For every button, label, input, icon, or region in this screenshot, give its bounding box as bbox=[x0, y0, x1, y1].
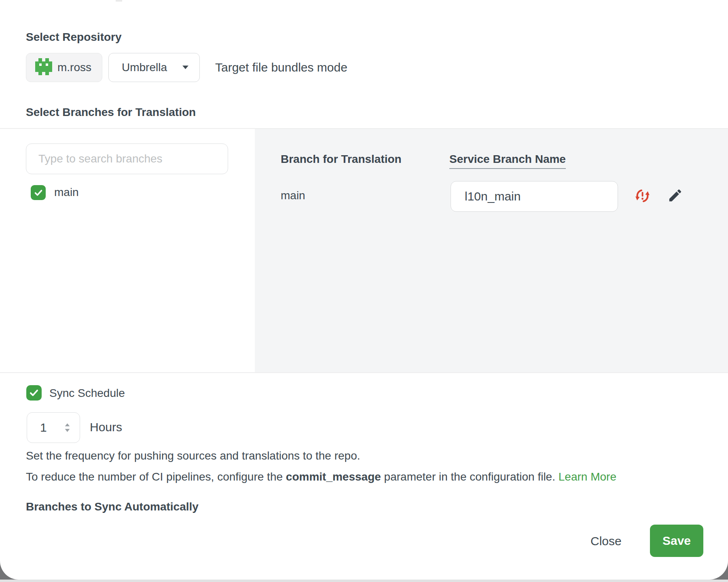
ci-pipelines-note: To reduce the number of CI pipelines, co… bbox=[26, 470, 616, 483]
commit-message-param: commit_message bbox=[286, 470, 381, 483]
branch-checkbox[interactable] bbox=[31, 185, 46, 200]
note-prefix: To reduce the number of CI pipelines, co… bbox=[26, 470, 286, 483]
close-button[interactable]: Close bbox=[582, 533, 630, 550]
project-dropdown[interactable]: Umbrella bbox=[108, 53, 200, 82]
save-button[interactable]: Save bbox=[650, 525, 703, 557]
service-branch-name-input[interactable] bbox=[451, 181, 618, 212]
table-row-branch-name: main bbox=[281, 189, 305, 202]
note-suffix: parameter in the configuration file. bbox=[381, 470, 559, 483]
select-repository-title: Select Repository bbox=[26, 31, 122, 44]
integration-settings-dialog: Select Repository bbox=[0, 0, 728, 580]
section-divider bbox=[0, 372, 728, 373]
stepper-arrows-icon[interactable] bbox=[64, 422, 71, 433]
branches-auto-sync-title: Branches to Sync Automatically bbox=[26, 500, 199, 515]
target-mode-text: Target file bundles mode bbox=[215, 53, 347, 82]
sync-error-icon[interactable] bbox=[635, 188, 650, 203]
sync-schedule-label: Sync Schedule bbox=[49, 387, 125, 400]
column-header-branch: Branch for Translation bbox=[281, 153, 402, 166]
column-header-service-branch: Service Branch Name bbox=[449, 153, 566, 169]
frequency-description: Set the frequency for pushing sources an… bbox=[26, 449, 360, 462]
chevron-down-icon bbox=[182, 64, 189, 71]
select-branches-title: Select Branches for Translation bbox=[26, 106, 196, 119]
interval-unit-label: Hours bbox=[90, 420, 122, 434]
repo-avatar-icon bbox=[35, 58, 52, 77]
repository-row: m.ross Umbrella Target file bundles mode bbox=[0, 53, 728, 82]
branch-option-label: main bbox=[54, 186, 79, 199]
project-dropdown-value: Umbrella bbox=[122, 61, 167, 74]
repository-owner-label: m.ross bbox=[57, 61, 91, 74]
sync-schedule-checkbox[interactable] bbox=[26, 385, 42, 401]
interval-stepper bbox=[27, 412, 80, 443]
interval-value-input[interactable] bbox=[40, 421, 59, 434]
repository-owner-chip[interactable]: m.ross bbox=[26, 53, 102, 82]
edit-pencil-icon[interactable] bbox=[667, 188, 683, 203]
branch-search-input[interactable] bbox=[26, 143, 228, 174]
bottom-edge-strip bbox=[0, 580, 728, 582]
clipped-element-remnant bbox=[116, 0, 122, 2]
learn-more-link[interactable]: Learn More bbox=[559, 470, 616, 483]
